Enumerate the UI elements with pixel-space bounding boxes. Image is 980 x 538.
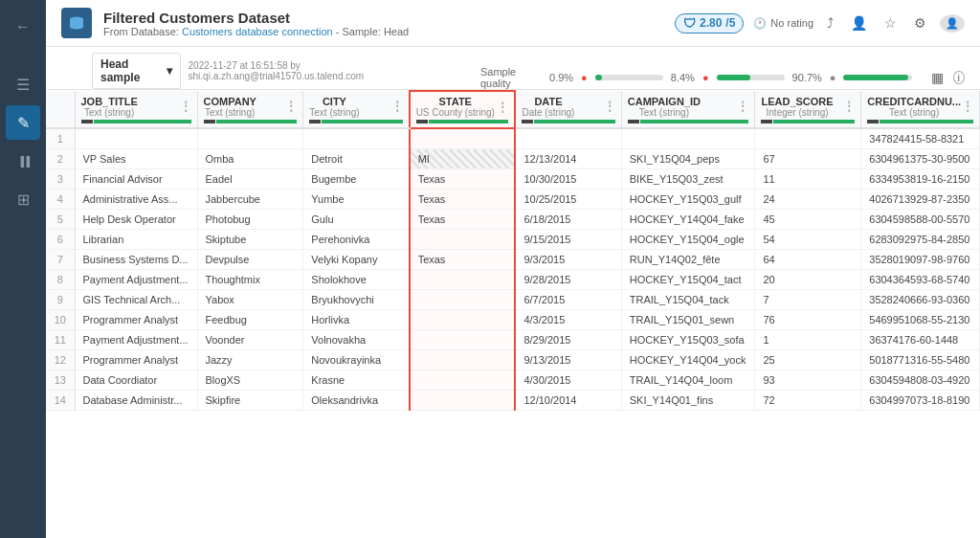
campaign-cell: SKI_Y14Q01_fins (621, 391, 755, 411)
table-row: 1 347824415-58-8321 (46, 128, 980, 149)
credit-cell: 3528240666-93-0360 (861, 290, 980, 310)
col-quality-job-title (81, 120, 191, 123)
col-quality-date (522, 120, 614, 123)
table-row: 14 Database Administr... Skipfire Oleksa… (46, 391, 980, 411)
col-header-credit[interactable]: CREDITCARDNU... Text (string) ⋮ (861, 91, 980, 128)
state-cell (410, 330, 516, 350)
city-cell: Horlivka (303, 310, 410, 330)
row-number: 12 (46, 350, 75, 370)
date-cell: 9/28/2015 (515, 270, 621, 290)
job-title-cell: Business Systems D... (75, 250, 197, 270)
city-cell: Velyki Kopany (303, 250, 410, 270)
row-number: 6 (46, 230, 75, 250)
star-icon[interactable]: ☆ (880, 11, 901, 34)
main-content: Filtered Customers Dataset From Database… (46, 0, 980, 538)
header-subtitle: From Database: Customers database connec… (103, 26, 663, 37)
shield-icon: 🛡 (683, 16, 696, 31)
campaign-cell: HOCKEY_Y14Q04_fake (621, 210, 755, 230)
user-icon[interactable]: 👤 (847, 11, 871, 34)
quality-bar-high (843, 75, 911, 80)
campaign-cell: HOCKEY_Y15Q04_ogle (621, 230, 755, 250)
date-cell: 8/29/2015 (515, 330, 621, 350)
info-icon[interactable]: i (953, 71, 965, 84)
credit-cell: 5469951068-55-2130 (861, 310, 980, 330)
col-header-city[interactable]: CITY Text (string) ⋮ (303, 91, 410, 128)
job-title-cell: Help Desk Operator (75, 210, 197, 230)
date-cell: 9/3/2015 (515, 250, 621, 270)
col-header-company[interactable]: COMPANY Text (string) ⋮ (197, 91, 303, 128)
table-row: 12 Programmer Analyst Jazzy Novoukrayink… (46, 350, 980, 370)
date-cell: 10/30/2015 (515, 169, 621, 190)
sidebar-list-icon[interactable]: ▐▐ (6, 144, 40, 178)
sidebar-menu-icon[interactable]: ☰ (6, 67, 40, 101)
leadscore-cell (755, 128, 861, 149)
col-more-job-title[interactable]: ⋮ (180, 100, 191, 113)
campaign-cell: HOCKEY_Y15Q03_gulf (621, 190, 755, 210)
rating-area[interactable]: 🕐 No rating (753, 17, 813, 30)
row-number: 9 (46, 290, 75, 310)
company-cell: Photobug (197, 210, 303, 230)
col-more-company[interactable]: ⋮ (285, 100, 297, 113)
leadscore-cell: 64 (755, 250, 861, 270)
col-more-credit[interactable]: ⋮ (962, 100, 973, 113)
campaign-cell: HOCKEY_Y14Q04_yock (621, 350, 755, 370)
account-icon[interactable]: 👤 (940, 14, 965, 33)
col-more-state[interactable]: ⋮ (497, 101, 508, 114)
table-row: 10 Programmer Analyst Feedbug Horlivka 4… (46, 310, 980, 330)
table-row: 8 Payment Adjustment... Thoughtmix Sholo… (46, 270, 980, 290)
credit-cell: 6304961375-30-9500 (861, 149, 980, 169)
col-quality-credit (867, 120, 973, 123)
credit-cell: 6304364593-68-5740 (861, 270, 980, 290)
leadscore-cell: 7 (755, 290, 861, 310)
toolbar-timestamp: 2022-11-27 at 16:51:58 by shi.qi.a.zh.an… (189, 60, 446, 81)
toolbar-left: Head sample ▾ 2022-11-27 at 16:51:58 by … (92, 53, 446, 89)
job-title-cell: Programmer Analyst (75, 310, 197, 330)
toolbar: Head sample ▾ 2022-11-27 at 16:51:58 by … (46, 47, 980, 90)
sidebar-edit-icon[interactable]: ✎ (6, 105, 40, 140)
sample-selector[interactable]: Head sample ▾ (92, 53, 181, 89)
db-link[interactable]: Customers database connection (182, 26, 333, 37)
campaign-cell: BIKE_Y15Q03_zest (621, 169, 755, 190)
view-toggle-icon[interactable]: ▦ (927, 66, 947, 89)
share-icon[interactable]: ⤴ (823, 11, 837, 34)
col-more-campaign[interactable]: ⋮ (737, 100, 748, 113)
col-more-city[interactable]: ⋮ (391, 100, 403, 113)
quality-score: 2.80 (700, 16, 722, 30)
col-header-leadscore[interactable]: LEAD_SCORE Integer (string) ⋮ (755, 91, 861, 128)
leadscore-cell: 1 (755, 330, 861, 350)
quality-dot-3: ● (830, 72, 836, 83)
settings-icon[interactable]: ⚙ (910, 11, 930, 34)
job-title-cell: Librarian (75, 230, 197, 250)
quality-dot-1: ● (581, 72, 588, 83)
quality-max: /5 (725, 16, 735, 30)
date-cell: 6/18/2015 (515, 210, 621, 230)
col-more-date[interactable]: ⋮ (604, 100, 615, 113)
date-cell: 4/30/2015 (515, 370, 621, 391)
row-number: 10 (46, 310, 75, 330)
company-cell: Eadel (197, 169, 303, 190)
table-row: 5 Help Desk Operator Photobug Gulu Texas… (46, 210, 980, 230)
quality-dot-2: ● (702, 72, 709, 83)
table-row: 7 Business Systems D... Devpulse Velyki … (46, 250, 980, 270)
col-header-state[interactable]: STATE US County (string) ⋮ (410, 91, 516, 128)
col-more-leadscore[interactable]: ⋮ (843, 100, 855, 113)
job-title-cell: Payment Adjustment... (75, 330, 197, 350)
col-header-date[interactable]: DATE Date (string) ⋮ (515, 91, 621, 128)
state-cell (410, 230, 516, 250)
col-header-campaign[interactable]: CAMPAIGN_ID Text (string) ⋮ (621, 91, 755, 128)
sidebar-back-icon[interactable]: ← (6, 10, 40, 44)
state-cell (410, 370, 516, 391)
date-cell: 4/3/2015 (515, 310, 621, 330)
credit-cell: 3528019097-98-9760 (861, 250, 980, 270)
company-cell: Omba (197, 149, 303, 169)
city-cell: Yumbe (303, 190, 410, 210)
job-title-cell: Payment Adjustment... (75, 270, 197, 290)
col-quality-leadscore (761, 120, 855, 123)
sidebar-grid-icon[interactable]: ⊞ (6, 182, 40, 216)
col-header-job-title[interactable]: JOB_TITLE Text (string) ⋮ (75, 91, 197, 128)
city-cell (303, 128, 410, 149)
campaign-cell: HOCKEY_Y15Q04_tact (621, 270, 755, 290)
state-cell: Texas (410, 169, 516, 190)
state-cell: MI (410, 149, 516, 169)
row-num-header (46, 91, 75, 128)
